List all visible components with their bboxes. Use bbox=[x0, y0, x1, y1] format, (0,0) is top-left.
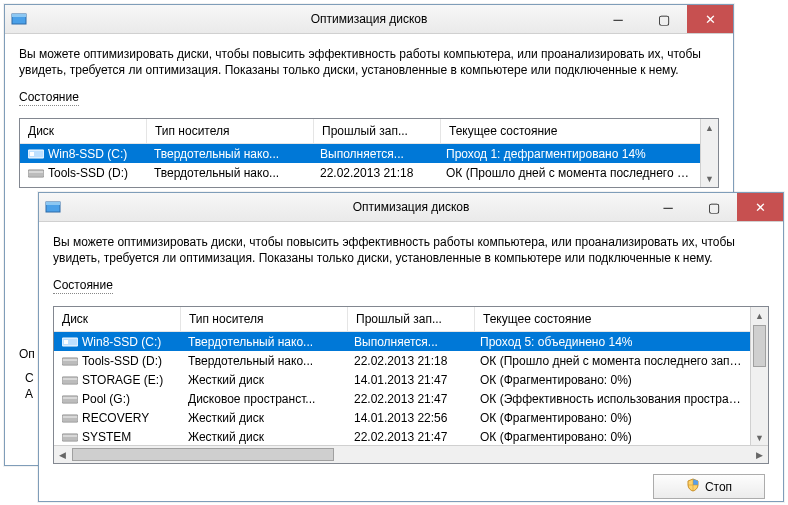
list-rows: Win8-SSD (C:)Твердотельный нако...Выполн… bbox=[20, 144, 701, 182]
svg-rect-17 bbox=[63, 418, 77, 421]
disk-name: Tools-SSD (D:) bbox=[82, 354, 162, 368]
cell-state: ОК (Фрагментировано: 0%) bbox=[472, 373, 751, 387]
cell-state: ОК (Фрагментировано: 0%) bbox=[472, 411, 751, 425]
ssd-drive-icon bbox=[62, 336, 78, 348]
cell-last-run: 14.01.2013 21:47 bbox=[346, 373, 472, 387]
window-body: Вы можете оптимизировать диски, чтобы по… bbox=[39, 222, 783, 505]
cell-last-run: 14.01.2013 22:56 bbox=[346, 411, 472, 425]
shield-icon bbox=[686, 478, 700, 495]
description-text: Вы можете оптимизировать диски, чтобы по… bbox=[19, 46, 719, 78]
svg-rect-11 bbox=[63, 361, 77, 364]
disk-name: Win8-SSD (C:) bbox=[48, 147, 127, 161]
window-front: Оптимизация дисков ─ ▢ ✕ Вы можете оптим… bbox=[38, 192, 784, 502]
app-icon bbox=[11, 11, 27, 27]
cell-last-run: Выполняется... bbox=[312, 147, 438, 161]
vertical-scrollbar[interactable]: ▲ ▼ bbox=[750, 307, 768, 446]
vertical-scrollbar[interactable]: ▲ ▼ bbox=[700, 119, 718, 187]
stop-button[interactable]: Стоп bbox=[653, 474, 765, 499]
cell-state: ОК (Прошло дней с момента последнего зап… bbox=[472, 354, 751, 368]
col-lastrun[interactable]: Прошлый зап... bbox=[314, 119, 441, 143]
app-icon bbox=[45, 199, 61, 215]
list-header[interactable]: Диск Тип носителя Прошлый зап... Текущее… bbox=[20, 119, 701, 144]
titlebar[interactable]: Оптимизация дисков ─ ▢ ✕ bbox=[5, 5, 733, 34]
table-row[interactable]: SYSTEMЖесткий диск22.02.2013 21:47ОК (Фр… bbox=[54, 427, 751, 445]
hdd-drive-icon bbox=[62, 393, 78, 405]
scroll-left-icon[interactable]: ◀ bbox=[54, 446, 71, 463]
cell-state: Проход 5: объединено 14% bbox=[472, 335, 751, 349]
hdd-drive-icon bbox=[62, 431, 78, 443]
col-state[interactable]: Текущее состояние bbox=[475, 307, 751, 331]
cell-disk: Win8-SSD (C:) bbox=[20, 147, 146, 161]
cell-state: ОК (Фрагментировано: 0%) bbox=[472, 430, 751, 444]
svg-rect-13 bbox=[63, 380, 77, 383]
col-media[interactable]: Тип носителя bbox=[147, 119, 314, 143]
cell-media: Жесткий диск bbox=[180, 411, 346, 425]
section-label: Состояние bbox=[53, 278, 113, 294]
cell-last-run: 22.02.2013 21:47 bbox=[346, 430, 472, 444]
drive-list: Диск Тип носителя Прошлый зап... Текущее… bbox=[53, 306, 769, 464]
cell-media: Жесткий диск bbox=[180, 430, 346, 444]
disk-name: Pool (G:) bbox=[82, 392, 130, 406]
scroll-down-icon[interactable]: ▼ bbox=[751, 429, 768, 446]
window-body: Вы можете оптимизировать диски, чтобы по… bbox=[5, 34, 733, 198]
table-row[interactable]: Tools-SSD (D:)Твердотельный нако...22.02… bbox=[54, 351, 751, 370]
hdd-drive-icon bbox=[62, 412, 78, 424]
table-row[interactable]: STORAGE (E:)Жесткий диск14.01.2013 21:47… bbox=[54, 370, 751, 389]
list-header[interactable]: Диск Тип носителя Прошлый зап... Текущее… bbox=[54, 307, 751, 332]
description-text: Вы можете оптимизировать диски, чтобы по… bbox=[53, 234, 769, 266]
cell-last-run: Выполняется... bbox=[346, 335, 472, 349]
disk-name: SYSTEM bbox=[82, 430, 131, 444]
cell-disk: Tools-SSD (D:) bbox=[54, 354, 180, 368]
bg-snip-b: С bbox=[25, 371, 34, 385]
horizontal-scrollbar[interactable]: ◀ ▶ bbox=[54, 445, 768, 463]
scroll-up-icon[interactable]: ▲ bbox=[701, 119, 718, 136]
cell-disk: STORAGE (E:) bbox=[54, 373, 180, 387]
disk-name: Win8-SSD (C:) bbox=[82, 335, 161, 349]
button-row: Стоп bbox=[53, 464, 769, 501]
disk-name: Tools-SSD (D:) bbox=[48, 166, 128, 180]
cell-last-run: 22.02.2013 21:18 bbox=[346, 354, 472, 368]
hdd-drive-icon bbox=[62, 374, 78, 386]
table-row[interactable]: Win8-SSD (C:)Твердотельный нако...Выполн… bbox=[20, 144, 701, 163]
col-disk[interactable]: Диск bbox=[20, 119, 147, 143]
scroll-down-icon[interactable]: ▼ bbox=[701, 170, 718, 187]
col-disk[interactable]: Диск bbox=[54, 307, 181, 331]
col-lastrun[interactable]: Прошлый зап... bbox=[348, 307, 475, 331]
close-button[interactable]: ✕ bbox=[737, 193, 783, 221]
close-button[interactable]: ✕ bbox=[687, 5, 733, 33]
scroll-thumb[interactable] bbox=[753, 325, 766, 367]
svg-rect-7 bbox=[46, 202, 60, 205]
table-row[interactable]: Tools-SSD (D:)Твердотельный нако...22.02… bbox=[20, 163, 701, 182]
cell-media: Твердотельный нако... bbox=[180, 354, 346, 368]
disk-name: RECOVERY bbox=[82, 411, 149, 425]
stop-button-label: Стоп bbox=[705, 480, 732, 494]
svg-rect-9 bbox=[64, 340, 68, 344]
cell-media: Твердотельный нако... bbox=[146, 166, 312, 180]
minimize-button[interactable]: ─ bbox=[645, 193, 691, 221]
maximize-button[interactable]: ▢ bbox=[691, 193, 737, 221]
disk-name: STORAGE (E:) bbox=[82, 373, 163, 387]
svg-rect-3 bbox=[30, 152, 34, 156]
cell-media: Твердотельный нако... bbox=[180, 335, 346, 349]
scroll-right-icon[interactable]: ▶ bbox=[751, 446, 768, 463]
col-state[interactable]: Текущее состояние bbox=[441, 119, 701, 143]
col-media[interactable]: Тип носителя bbox=[181, 307, 348, 331]
svg-rect-15 bbox=[63, 399, 77, 402]
window-controls: ─ ▢ ✕ bbox=[595, 5, 733, 33]
minimize-button[interactable]: ─ bbox=[595, 5, 641, 33]
drive-list: Диск Тип носителя Прошлый зап... Текущее… bbox=[19, 118, 719, 188]
table-row[interactable]: RECOVERYЖесткий диск14.01.2013 22:56ОК (… bbox=[54, 408, 751, 427]
cell-disk: RECOVERY bbox=[54, 411, 180, 425]
cell-last-run: 22.02.2013 21:18 bbox=[312, 166, 438, 180]
maximize-button[interactable]: ▢ bbox=[641, 5, 687, 33]
table-row[interactable]: Pool (G:)Дисковое пространст...22.02.201… bbox=[54, 389, 751, 408]
hdd-drive-icon bbox=[62, 355, 78, 367]
cell-state: ОК (Эффективность использования простран… bbox=[472, 392, 751, 406]
scroll-thumb[interactable] bbox=[72, 448, 334, 461]
table-row[interactable]: Win8-SSD (C:)Твердотельный нако...Выполн… bbox=[54, 332, 751, 351]
scroll-up-icon[interactable]: ▲ bbox=[751, 307, 768, 324]
titlebar[interactable]: Оптимизация дисков ─ ▢ ✕ bbox=[39, 193, 783, 222]
cell-disk: Pool (G:) bbox=[54, 392, 180, 406]
cell-state: Проход 1: дефрагментировано 14% bbox=[438, 147, 701, 161]
hdd-drive-icon bbox=[28, 167, 44, 179]
